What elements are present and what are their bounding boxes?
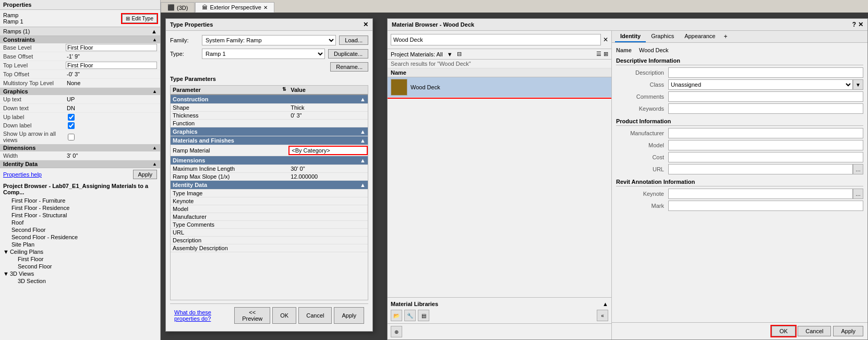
material-item-wood-deck[interactable]: Wood Deck — [388, 77, 611, 98]
collapse-libraries-button[interactable]: « — [597, 310, 608, 321]
list-item[interactable]: ▼ 3D Views — [3, 270, 157, 277]
cost-field-input[interactable] — [668, 152, 863, 162]
ramp-material-value-cell[interactable]: <By Category> — [288, 145, 368, 156]
load-button[interactable]: Load... — [339, 36, 368, 45]
tab-graphics[interactable]: Graphics — [646, 31, 679, 42]
list-item[interactable]: Second Floor — [3, 226, 157, 233]
shape-value[interactable]: Thick — [288, 104, 368, 112]
tab-appearance[interactable]: Appearance — [679, 31, 720, 42]
keywords-field-input[interactable] — [668, 103, 863, 114]
ramp-slope-value[interactable]: 12.000000 — [288, 173, 368, 181]
list-item[interactable]: Second Floor — [3, 263, 157, 270]
cancel-button-material[interactable]: Cancel — [798, 326, 831, 336]
type-properties-close-icon[interactable]: ✕ — [363, 21, 368, 28]
assembly-desc-value[interactable] — [288, 244, 368, 252]
duplicate-button[interactable]: Duplicate... — [328, 49, 368, 58]
top-level-value[interactable]: First Floor — [66, 62, 157, 69]
material-browser-footer: OK Cancel Apply — [612, 322, 867, 339]
close-icon-material[interactable]: ✕ — [858, 21, 863, 28]
url-browse-button[interactable]: … — [853, 164, 863, 174]
show-up-arrow-label: Show Up arrow in all views — [3, 130, 66, 144]
max-incline-value[interactable]: 30' 0" — [288, 165, 368, 173]
rename-button[interactable]: Rename... — [330, 62, 368, 72]
model-value[interactable] — [288, 205, 368, 213]
description-field-input[interactable] — [668, 67, 863, 78]
down-label-checkbox[interactable] — [68, 122, 75, 129]
apply-button-properties[interactable]: Apply — [133, 170, 157, 179]
description-value[interactable] — [288, 237, 368, 244]
list-item[interactable]: Second Floor - Residence — [3, 233, 157, 241]
add-material-button[interactable]: 🔧 — [404, 310, 416, 321]
dimensions-section-header[interactable]: Dimensions ▲ — [0, 144, 160, 151]
base-level-value[interactable]: First Floor — [66, 44, 157, 51]
add-tab-button[interactable]: + — [720, 31, 730, 42]
graphics-section-header[interactable]: Graphics ▲ — [0, 88, 160, 95]
grid-view-icon[interactable]: ⊞ — [604, 51, 608, 57]
search-clear-icon[interactable]: ✕ — [603, 36, 608, 43]
keynote-mat-field-input[interactable] — [668, 189, 853, 199]
list-item[interactable]: ▼ Ceiling Plans — [3, 248, 157, 255]
properties-help-link[interactable]: Properties help — [3, 171, 42, 178]
edit-type-button[interactable]: ⊞ Edit Type — [122, 14, 157, 23]
list-item[interactable]: First Floor - Residence — [3, 204, 157, 212]
type-comments-value[interactable] — [288, 221, 368, 229]
list-item[interactable]: First Floor - Structural — [3, 212, 157, 219]
tab-identity[interactable]: Identity — [615, 31, 646, 42]
what-properties-link[interactable]: What do these properties do? — [174, 309, 234, 322]
up-label-checkbox[interactable] — [68, 114, 75, 121]
class-field-select[interactable]: Unassigned — [668, 79, 853, 90]
apply-button-type-props[interactable]: Apply — [334, 307, 364, 324]
graphics-collapse-icon: ▲ — [152, 89, 157, 94]
manufacturer-field-input[interactable] — [668, 128, 863, 138]
apply-button-material[interactable]: Apply — [833, 326, 863, 336]
view-type-button[interactable]: ▤ — [418, 310, 429, 321]
ramp-material-value[interactable]: <By Category> — [288, 146, 368, 155]
class-field-row: Class Unassigned ▼ — [616, 79, 863, 90]
open-library-button[interactable]: 📂 — [391, 310, 402, 321]
filter-funnel-icon[interactable]: ⊟ — [457, 51, 462, 57]
identity-data-section-header[interactable]: Identity Data ▲ — [0, 160, 160, 168]
keynote-value[interactable] — [288, 197, 368, 205]
preview-button[interactable]: << Preview — [234, 307, 270, 324]
material-bottom-add-button[interactable]: ⊕ — [391, 326, 402, 337]
type-image-value[interactable] — [288, 190, 368, 197]
class-dropdown-icon[interactable]: ▼ — [853, 79, 863, 90]
ok-button-material[interactable]: OK — [771, 326, 795, 336]
collapse-icon[interactable]: ▲ — [151, 28, 157, 34]
model-field-input[interactable] — [668, 140, 863, 150]
manufacturer-value[interactable] — [288, 213, 368, 221]
url-field-input[interactable] — [668, 164, 853, 174]
list-item[interactable]: Site Plan — [3, 241, 157, 248]
function-value[interactable] — [288, 120, 368, 127]
comments-field-input[interactable] — [668, 91, 863, 102]
help-icon[interactable]: ? — [852, 21, 856, 28]
type-parameters-label: Type Parameters — [170, 76, 368, 82]
keynote-browse-button[interactable]: … — [853, 189, 863, 199]
thickness-value[interactable]: 0' 3" — [288, 112, 368, 120]
list-item[interactable]: First Floor - Furniture — [3, 197, 157, 204]
show-up-arrow-checkbox[interactable] — [68, 134, 75, 140]
tab-3d[interactable]: ⬛ (3D) — [161, 2, 195, 13]
cube-icon: ⬛ — [167, 4, 175, 11]
filter-dropdown-icon[interactable]: ▼ — [447, 51, 453, 57]
mat-lib-expand-icon[interactable]: ▲ — [602, 301, 608, 307]
material-search-input[interactable] — [391, 34, 601, 45]
table-row: Manufacturer — [171, 213, 368, 221]
constraints-section-header[interactable]: Constraints ▲ — [0, 36, 160, 43]
tab-exterior-perspective[interactable]: 🏛 Exterior Perspective ✕ — [195, 2, 274, 13]
list-item[interactable]: First Floor — [3, 255, 157, 263]
type-select[interactable]: Ramp 1 — [202, 49, 325, 59]
material-libraries-header[interactable]: Material Libraries ▲ — [391, 300, 608, 308]
ok-button-type-props[interactable]: OK — [272, 307, 296, 324]
cancel-button-type-props[interactable]: Cancel — [298, 307, 332, 324]
mark-field-input[interactable] — [668, 201, 863, 211]
close-icon[interactable]: ✕ — [263, 5, 268, 10]
url-value[interactable] — [288, 229, 368, 237]
table-row: ShapeThick — [171, 104, 368, 112]
list-item[interactable]: Roof — [3, 219, 157, 226]
family-select[interactable]: System Family: Ramp — [202, 35, 336, 45]
list-view-icon[interactable]: ☰ — [596, 51, 601, 57]
list-item[interactable]: 3D Section — [3, 277, 157, 285]
top-level-row: Top Level First Floor — [0, 61, 160, 70]
type-parameters-table: Parameter ⇅ Value Construction ▲ ShapeTh… — [170, 85, 368, 300]
